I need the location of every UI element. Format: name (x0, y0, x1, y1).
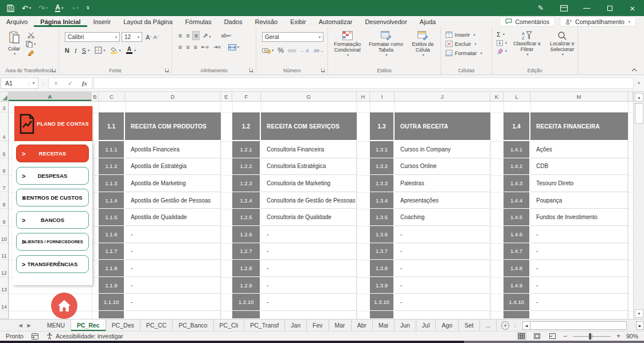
sidebar-button-clientes-fornecedores[interactable]: >CLIENTES / FORNECEDORES (16, 233, 89, 251)
sidebar-button-bancos[interactable]: >BANCOS (16, 211, 89, 229)
horizontal-scroll-thumb[interactable] (530, 321, 627, 330)
name-box-dropdown-icon[interactable]: ▾ (29, 81, 38, 85)
scroll-up-icon[interactable]: ▲ (635, 93, 643, 102)
confirm-entry-icon[interactable]: ✓ (63, 80, 77, 87)
table-row[interactable]: 1.2.2Consultoria Estratégica (232, 158, 357, 176)
sheet-tab-abr[interactable]: Abr (352, 319, 373, 331)
sheet-tab-pc-cli[interactable]: PC_Cli (214, 319, 245, 331)
table-row[interactable]: 1.1.4Apostila de Gestão de Pessoas (99, 192, 221, 209)
table-row[interactable]: 1.3.5Coaching (370, 209, 490, 226)
align-bottom-icon[interactable]: ≡ (192, 31, 200, 40)
table-row[interactable]: 1.3.7- (370, 243, 490, 260)
sheet-tab-pc-cc[interactable]: PC_CC (140, 319, 173, 331)
sheet-tab-ago[interactable]: Ago (436, 319, 459, 331)
row-header-4[interactable]: 4 (0, 112, 8, 141)
plan-title-card[interactable]: PLANO DE CONTAS (14, 106, 92, 141)
row-header-5[interactable]: 5 (0, 141, 8, 158)
sheet-tab--[interactable]: ... (480, 319, 497, 331)
insert-function-icon[interactable]: fx (77, 80, 92, 87)
fill-icon[interactable]: ▾ (497, 40, 507, 46)
ribbon-display-icon[interactable] (552, 0, 575, 16)
table-row[interactable]: 1.4.5Fundos de Investimento (504, 209, 628, 226)
sheet-tab-pc-des[interactable]: PC_Des (106, 319, 140, 331)
column-header-C[interactable]: C (99, 92, 125, 101)
accessibility-status[interactable]: Acessibilidade: investigar (46, 333, 123, 340)
sheet-prev-icon[interactable]: ◀ (16, 319, 25, 331)
number-dialog-launcher[interactable] (321, 68, 325, 72)
percent-style-icon[interactable]: % (278, 46, 284, 54)
ribbon-tab-arquivo[interactable]: Arquivo (0, 16, 34, 27)
table-row[interactable]: 1.1.10- (99, 294, 221, 311)
table-row[interactable]: 1.2.1Consultoria Financeira (232, 141, 357, 158)
ribbon-tab-desenvolvedor[interactable]: Desenvolvedor (358, 16, 413, 27)
table-row[interactable]: 1.3.10- (370, 294, 490, 311)
cell-styles-button[interactable]: Estilos de Célula ▾ (406, 31, 439, 57)
scroll-down-icon[interactable]: ▼ (635, 309, 643, 318)
cancel-entry-icon[interactable]: × (49, 80, 63, 87)
column-header-G[interactable]: G (261, 92, 357, 101)
increase-font-icon[interactable]: Aˆ (146, 34, 151, 41)
bold-button[interactable]: N (65, 47, 69, 54)
row-header-partial[interactable] (0, 311, 8, 319)
cut-icon[interactable] (26, 32, 36, 38)
borders-icon[interactable]: ▾ (95, 46, 105, 54)
vertical-scroll-thumb[interactable] (635, 103, 643, 124)
ribbon-tab-ajuda[interactable]: Ajuda (413, 16, 442, 27)
sheet-tab-mai[interactable]: Mai (373, 319, 395, 331)
scroll-left-icon[interactable]: ◀ (522, 321, 530, 330)
column-header-E[interactable]: E (221, 92, 232, 101)
row-header-12[interactable]: 12 (0, 260, 8, 277)
clipboard-dialog-launcher[interactable] (52, 68, 56, 72)
font-size-select[interactable]: 12▾ (122, 32, 142, 42)
find-select-button[interactable]: Localizar e Selecionar ▾ (547, 31, 577, 57)
font-dialog-launcher[interactable] (165, 68, 169, 72)
table-row[interactable]: 1.2.8- (232, 260, 357, 277)
sheet-tab-pc-rec[interactable]: PC_Rec (71, 319, 106, 331)
table-row[interactable]: 1.3.8- (370, 260, 490, 277)
zoom-out-icon[interactable]: − (563, 332, 567, 340)
horizontal-scroll-track[interactable] (627, 321, 636, 330)
font-name-select[interactable]: Calibri▾ (65, 32, 120, 42)
copy-icon[interactable]: ▾ (26, 41, 36, 48)
table-row[interactable]: 1.2.3Consultoria de Marketing (232, 175, 357, 192)
home-button[interactable] (51, 293, 77, 319)
sidebar-button-centros-de-custos[interactable]: >CENTROS DE CUSTOS (16, 189, 89, 206)
column-header-D[interactable]: D (125, 92, 221, 101)
underline-button[interactable]: S (82, 47, 86, 54)
expand-formula-bar-icon[interactable]: ▾ (634, 81, 644, 85)
zoom-in-icon[interactable]: + (616, 332, 620, 340)
column-header-H[interactable]: H (357, 92, 370, 101)
table-row[interactable]: 1.1.5Apostila de Qualidade (99, 209, 221, 226)
draw-icon[interactable]: ✎ (529, 0, 552, 16)
vertical-scrollbar[interactable]: ▲ ▼ (633, 92, 644, 319)
table-row[interactable]: 1.3.6- (370, 226, 490, 243)
align-right-icon[interactable]: ≡ (192, 43, 198, 51)
minimize-icon[interactable]: — (575, 0, 598, 16)
table-row[interactable]: 1.1.3Apostila de Marketing (99, 175, 221, 192)
ribbon-tab-automatizar[interactable]: Automatizar (313, 16, 359, 27)
name-box[interactable]: A1 ▾ (1, 77, 38, 89)
undo-icon[interactable]: ↶▾ (22, 5, 31, 12)
decrease-indent-icon[interactable]: ⇤≡ (200, 44, 210, 50)
table-row[interactable]: 1.2.6- (232, 226, 357, 243)
table-row[interactable]: 1.4.1Ações (504, 141, 628, 158)
select-all-corner[interactable] (0, 92, 9, 101)
sort-filter-button[interactable]: AZ Classificar e Filtrar ▾ (512, 31, 542, 57)
customize-quick-access-icon[interactable]: ▾ (85, 6, 89, 10)
format-painter-icon[interactable] (26, 50, 36, 57)
wrap-text-icon[interactable]: ab↩ (220, 32, 233, 39)
table-row[interactable]: 1.3.9- (370, 277, 490, 294)
italic-button[interactable]: I (75, 47, 77, 54)
table-row[interactable]: 1.3.3Palestras (370, 175, 490, 192)
column-header-J[interactable]: J (395, 92, 490, 101)
column-header-M[interactable]: M (530, 92, 628, 101)
table-row[interactable]: 1.1.2Apostila de Estratégia (99, 158, 221, 176)
table-row[interactable]: 1.2.4Consultoria de Gestão de Pessoas (232, 192, 357, 209)
column-header-L[interactable]: L (504, 92, 530, 101)
ribbon-tab-inserir[interactable]: Inserir (87, 16, 118, 27)
paste-button[interactable]: Colar ▾ (8, 31, 20, 57)
table-row[interactable]: 1.4.6- (504, 226, 628, 243)
decrease-decimal-icon[interactable]: .00→ (313, 48, 323, 53)
save-icon[interactable] (7, 5, 14, 12)
ribbon-tab-exibir[interactable]: Exibir (284, 16, 313, 27)
